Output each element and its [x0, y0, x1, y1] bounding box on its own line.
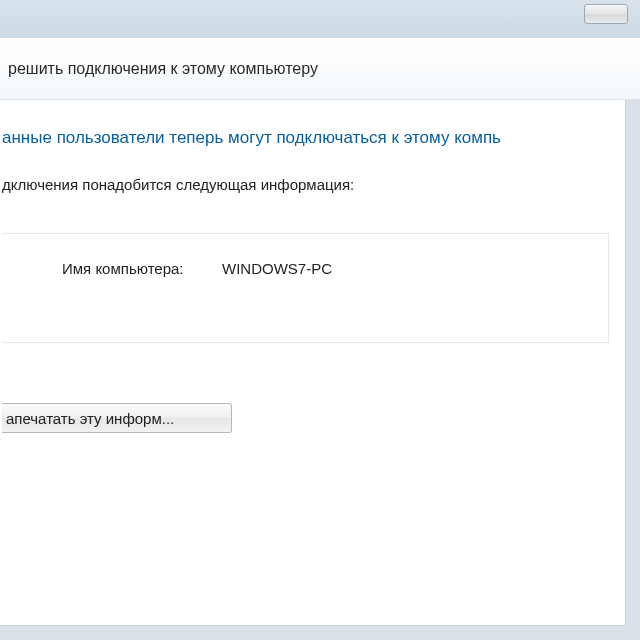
wizard-content-area: анные пользователи теперь могут подключа… — [0, 100, 626, 626]
wizard-header-strip: решить подключения к этому компьютеру — [0, 38, 640, 100]
computer-info-box: Имя компьютера: WINDOWS7-PC — [2, 233, 609, 343]
computer-name-row: Имя компьютера: WINDOWS7-PC — [62, 260, 608, 277]
print-button[interactable]: апечатать эту информ... — [2, 403, 232, 433]
info-text: дключения понадобится следующая информац… — [0, 148, 625, 193]
window-titlebar — [0, 0, 640, 38]
titlebar-button[interactable] — [584, 4, 628, 24]
computer-name-value: WINDOWS7-PC — [222, 260, 332, 277]
computer-name-label: Имя компьютера: — [62, 260, 202, 277]
page-heading: анные пользователи теперь могут подключа… — [0, 128, 625, 148]
wizard-header-title: решить подключения к этому компьютеру — [8, 60, 318, 78]
